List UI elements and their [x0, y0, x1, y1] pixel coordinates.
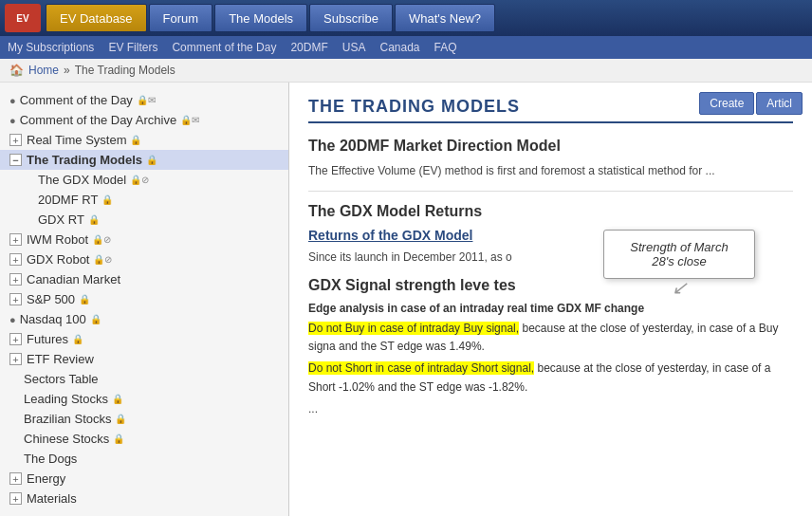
- logo: EV: [5, 4, 41, 32]
- subnav-ev-filters[interactable]: EV Filters: [108, 41, 157, 54]
- nav-forum[interactable]: Forum: [149, 4, 213, 32]
- sidebar-item-futures[interactable]: + Futures 🔒: [0, 329, 288, 349]
- sidebar-label: The GDX Model: [38, 173, 126, 187]
- sidebar-label: Sectors Table: [24, 372, 99, 386]
- bullet-icon: ●: [9, 115, 16, 126]
- nav-whats-new[interactable]: What's New?: [395, 4, 495, 32]
- plus-icon: +: [9, 472, 22, 485]
- sidebar-item-brazilian-stocks[interactable]: Brazilian Stocks 🔒: [0, 409, 288, 429]
- sidebar-label: GDX Robot: [27, 252, 89, 267]
- subnav-faq[interactable]: FAQ: [434, 41, 457, 54]
- breadcrumb-separator: »: [64, 64, 70, 77]
- nav-ev-database[interactable]: EV Database: [46, 4, 147, 32]
- create-button[interactable]: Create: [699, 92, 754, 115]
- tooltip-box: Strength of March 28's close ↙: [603, 230, 755, 279]
- plus-icon: +: [9, 492, 22, 505]
- lock-icon: 🔒: [112, 394, 123, 404]
- lock-icon: 🔒: [90, 314, 102, 324]
- plus-icon: +: [9, 353, 22, 365]
- lock-icon: 🔒: [88, 214, 100, 225]
- section2-heading: The GDX Model Returns: [308, 203, 793, 220]
- sidebar: ● Comment of the Day 🔒✉ ● Comment of the…: [0, 83, 289, 516]
- sidebar-item-iwm-robot[interactable]: + IWM Robot 🔒⊘: [0, 230, 288, 249]
- breadcrumb: 🏠 Home » The Trading Models: [0, 59, 812, 83]
- edge-short-text: Do not Short in case of intraday Short s…: [308, 360, 793, 396]
- section1-text: The Effective Volume (EV) method is firs…: [308, 162, 793, 179]
- subnav-canada[interactable]: Canada: [379, 41, 419, 54]
- sidebar-label: Comment of the Day: [20, 93, 133, 107]
- sidebar-item-sp500[interactable]: + S&P 500 🔒: [0, 289, 288, 309]
- sidebar-label: Energy: [27, 471, 65, 486]
- sidebar-item-gdx-rt[interactable]: GDX RT 🔒: [0, 210, 288, 230]
- ellipsis: ...: [308, 400, 793, 417]
- sidebar-label: Chinese Stocks: [24, 432, 109, 446]
- divider1: [308, 191, 793, 192]
- sidebar-label: Futures: [27, 332, 68, 346]
- sidebar-item-canadian-market[interactable]: + Canadian Market: [0, 269, 288, 289]
- sidebar-item-the-gdx-model[interactable]: The GDX Model 🔒⊘: [0, 170, 288, 190]
- lock-icon: 🔒: [113, 434, 124, 444]
- lock-icon: 🔒⊘: [130, 175, 149, 185]
- sidebar-item-the-dogs[interactable]: The Dogs: [0, 449, 288, 469]
- sidebar-item-gdx-robot[interactable]: + GDX Robot 🔒⊘: [0, 249, 288, 269]
- lock-icon: 🔒: [146, 155, 157, 165]
- sidebar-label: Comment of the Day Archive: [20, 113, 176, 127]
- edge-buy-highlight: Do not Buy in case of intraday Buy signa…: [308, 322, 519, 335]
- sidebar-label: Brazilian Stocks: [24, 412, 111, 426]
- lock-icon: 🔒: [115, 414, 126, 424]
- subnav-usa[interactable]: USA: [342, 41, 366, 54]
- bullet-icon: ●: [9, 314, 16, 325]
- sidebar-item-comment-of-the-day[interactable]: ● Comment of the Day 🔒✉: [0, 90, 288, 110]
- edge-buy-text: Do not Buy in case of intraday Buy signa…: [308, 320, 793, 356]
- sub-navigation: My Subscriptions EV Filters Comment of t…: [0, 36, 812, 59]
- lock-icon: 🔒: [79, 294, 90, 305]
- plus-icon: +: [9, 273, 22, 286]
- main-layout: ● Comment of the Day 🔒✉ ● Comment of the…: [0, 83, 812, 516]
- bullet-icon: ●: [9, 95, 16, 106]
- edge-analysis-label: Edge analysis in case of an intraday rea…: [308, 302, 793, 315]
- article-button[interactable]: Articl: [756, 92, 803, 115]
- lock-icon: 🔒✉: [180, 115, 199, 125]
- plus-icon: +: [9, 333, 22, 345]
- sidebar-item-20dmf-rt[interactable]: 20DMF RT 🔒: [0, 190, 288, 210]
- lock-icon: 🔒⊘: [93, 254, 112, 265]
- sidebar-label: Leading Stocks: [24, 392, 108, 406]
- sidebar-label: Materials: [27, 491, 77, 506]
- sidebar-item-the-trading-models[interactable]: − The Trading Models 🔒: [0, 150, 288, 170]
- sidebar-item-sectors-table[interactable]: Sectors Table: [0, 369, 288, 389]
- sidebar-item-energy[interactable]: + Energy: [0, 469, 288, 489]
- section1-heading: The 20DMF Market Direction Model: [308, 138, 793, 155]
- tooltip-arrow: ↙: [672, 278, 688, 297]
- sidebar-item-leading-stocks[interactable]: Leading Stocks 🔒: [0, 389, 288, 409]
- sidebar-label: GDX RT: [38, 212, 84, 227]
- subnav-my-subscriptions[interactable]: My Subscriptions: [8, 41, 94, 54]
- nav-subscribe[interactable]: Subscribe: [309, 4, 393, 32]
- sidebar-item-real-time-system[interactable]: + Real Time System 🔒: [0, 130, 288, 150]
- subnav-20dmf[interactable]: 20DMF: [290, 41, 327, 54]
- lock-icon: 🔒: [72, 334, 83, 344]
- sidebar-item-nasdaq100[interactable]: ● Nasdaq 100 🔒: [0, 309, 288, 329]
- sidebar-label: Real Time System: [27, 133, 126, 147]
- breadcrumb-home[interactable]: Home: [28, 64, 59, 77]
- nav-the-models[interactable]: The Models: [214, 4, 307, 32]
- sidebar-label: The Dogs: [24, 452, 77, 466]
- subnav-comment-of-the-day[interactable]: Comment of the Day: [172, 41, 276, 54]
- top-navigation: EV EV Database Forum The Models Subscrib…: [0, 0, 812, 36]
- lock-icon: 🔒: [130, 135, 141, 145]
- sidebar-label: S&P 500: [27, 292, 75, 306]
- tooltip-text: Strength of March 28's close: [630, 240, 728, 268]
- create-area: Create Articl: [699, 92, 803, 115]
- section3-heading: GDX Signal strength leve tes: [308, 277, 793, 294]
- sidebar-item-etf-review[interactable]: + ETF Review: [0, 349, 288, 369]
- sidebar-item-materials[interactable]: + Materials: [0, 489, 288, 508]
- sidebar-item-comment-of-the-day-archive[interactable]: ● Comment of the Day Archive 🔒✉: [0, 110, 288, 130]
- home-icon: 🏠: [9, 64, 24, 77]
- sidebar-label: Canadian Market: [27, 272, 120, 286]
- plus-icon: +: [9, 134, 22, 146]
- edge-short-highlight: Do not Short in case of intraday Short s…: [308, 361, 534, 375]
- sidebar-item-chinese-stocks[interactable]: Chinese Stocks 🔒: [0, 429, 288, 449]
- sidebar-label: The Trading Models: [27, 153, 142, 167]
- sidebar-label: 20DMF RT: [38, 193, 98, 207]
- sidebar-label: IWM Robot: [27, 232, 88, 247]
- plus-icon: +: [9, 253, 22, 266]
